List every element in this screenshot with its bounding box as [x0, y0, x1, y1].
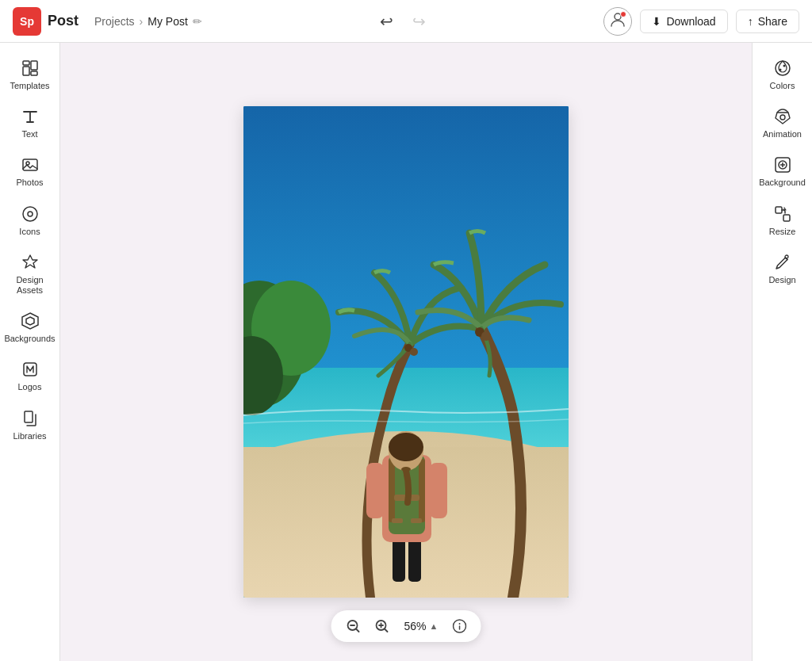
design-icon [773, 253, 792, 272]
sidebar-item-libraries[interactable]: Libraries [3, 403, 57, 448]
sidebar-item-design-assets[interactable]: Design Assets [3, 246, 57, 302]
animation-label: Animation [763, 129, 802, 139]
share-button[interactable]: ↑ Share [736, 10, 799, 33]
breadcrumb-parent[interactable]: Projects [94, 15, 135, 28]
text-label: Text [21, 129, 37, 139]
breadcrumb-separator: › [140, 15, 144, 28]
svg-point-40 [389, 433, 423, 461]
sidebar-item-icons[interactable]: Icons [3, 198, 57, 243]
share-icon: ↑ [748, 15, 753, 28]
breadcrumb: Projects › My Post ✏ [94, 15, 202, 28]
svg-rect-32 [389, 459, 395, 522]
download-icon: ⬇ [652, 15, 661, 28]
main-area: Templates Text Photos [0, 43, 812, 661]
libraries-icon [21, 409, 40, 428]
svg-rect-37 [411, 518, 422, 523]
logo-area: Sp Post [13, 7, 79, 36]
background-icon [773, 155, 792, 174]
zoom-out-button[interactable] [343, 615, 365, 637]
sidebar-item-logos[interactable]: Logos [3, 353, 57, 399]
design-assets-label: Design Assets [6, 275, 54, 296]
design-label: Design [768, 275, 795, 285]
sidebar-item-design[interactable]: Design [756, 246, 810, 292]
sidebar-item-background[interactable]: Background [756, 149, 810, 194]
svg-rect-13 [25, 411, 33, 422]
design-assets-icon [21, 253, 40, 272]
svg-point-25 [481, 331, 491, 341]
zoom-value: 56% [404, 620, 427, 632]
sidebar-item-backgrounds[interactable]: Backgrounds [3, 305, 57, 350]
svg-rect-12 [24, 363, 36, 376]
svg-rect-2 [23, 61, 29, 65]
background-label: Background [759, 178, 806, 188]
app-name: Post [48, 13, 79, 29]
backgrounds-label: Backgrounds [4, 334, 55, 344]
svg-rect-29 [366, 463, 384, 518]
header-right: ⬇ Download ↑ Share [603, 7, 799, 36]
backgrounds-icon [21, 311, 40, 330]
libraries-label: Libraries [13, 431, 46, 441]
svg-point-49 [783, 65, 785, 67]
svg-point-57 [785, 255, 788, 258]
undo-button[interactable]: ↩ [377, 9, 396, 34]
templates-icon [21, 59, 40, 78]
zoom-display[interactable]: 56% ▲ [400, 618, 443, 634]
right-sidebar: Colors Animation [752, 43, 812, 661]
text-icon [21, 107, 40, 126]
breadcrumb-current: My Post [147, 15, 188, 28]
svg-rect-3 [23, 67, 29, 75]
colors-label: Colors [770, 81, 795, 91]
app-logo: Sp [13, 7, 41, 36]
svg-point-48 [779, 69, 781, 71]
canvas-area: 56% ▲ [60, 43, 752, 661]
logos-icon [21, 360, 40, 379]
svg-rect-56 [783, 215, 790, 221]
colors-icon [773, 59, 792, 78]
svg-marker-10 [22, 313, 38, 329]
canvas-wrapper [243, 106, 569, 598]
sidebar-item-resize[interactable]: Resize [756, 198, 810, 243]
svg-rect-33 [419, 459, 425, 522]
download-button[interactable]: ⬇ Download [640, 10, 727, 33]
canvas-image[interactable] [243, 106, 569, 598]
sidebar-item-templates[interactable]: Templates [3, 52, 57, 97]
header: Sp Post Projects › My Post ✏ ↩ ↪ ⬇ [0, 0, 812, 43]
svg-point-9 [28, 212, 33, 216]
logos-label: Logos [18, 382, 42, 392]
sidebar-item-text[interactable]: Text [3, 101, 57, 146]
svg-point-50 [780, 115, 785, 120]
svg-point-8 [23, 207, 37, 221]
avatar-button[interactable] [603, 7, 632, 36]
svg-rect-30 [430, 463, 447, 518]
svg-point-47 [776, 61, 790, 75]
header-center: ↩ ↪ [212, 9, 595, 34]
edit-title-icon[interactable]: ✏ [193, 15, 202, 28]
sidebar-item-colors[interactable]: Colors [756, 52, 810, 97]
svg-point-0 [615, 13, 621, 20]
resize-label: Resize [769, 227, 796, 237]
avatar-icon [609, 10, 626, 32]
icons-icon [21, 204, 40, 224]
resize-icon [773, 204, 792, 224]
animation-icon [773, 107, 792, 126]
redo-button[interactable]: ↪ [409, 9, 429, 34]
left-sidebar: Templates Text Photos [0, 43, 60, 661]
svg-rect-5 [31, 71, 37, 75]
svg-rect-55 [776, 207, 782, 213]
svg-point-23 [410, 348, 418, 356]
svg-point-1 [621, 12, 626, 17]
svg-rect-4 [31, 61, 37, 70]
zoom-in-button[interactable] [371, 615, 393, 637]
svg-rect-6 [23, 159, 37, 170]
svg-point-46 [458, 623, 460, 625]
svg-marker-11 [26, 317, 34, 325]
sidebar-item-photos[interactable]: Photos [3, 149, 57, 194]
templates-label: Templates [10, 81, 49, 91]
zoom-chevron-icon: ▲ [430, 621, 439, 631]
svg-rect-36 [392, 518, 403, 523]
sidebar-item-animation[interactable]: Animation [756, 101, 810, 146]
photos-label: Photos [16, 178, 43, 188]
icons-label: Icons [19, 227, 40, 237]
zoom-toolbar: 56% ▲ [331, 610, 481, 642]
info-button[interactable] [449, 616, 469, 636]
